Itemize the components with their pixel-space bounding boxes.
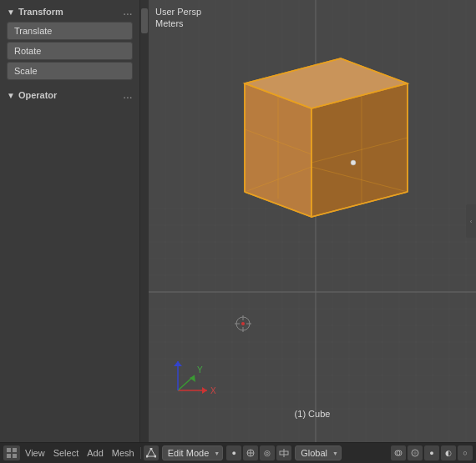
operator-section: ▼ Operator ... bbox=[0, 87, 139, 103]
edit-mode-selector[interactable]: Edit Mode bbox=[162, 445, 224, 460]
select-label[interactable]: Select bbox=[50, 448, 83, 458]
viewport[interactable]: X Y bbox=[149, 0, 476, 442]
right-panel-toggle[interactable]: ‹ bbox=[466, 204, 476, 238]
transform-header-label: Transform bbox=[18, 7, 63, 17]
overlay-icon[interactable] bbox=[391, 445, 406, 460]
proportional-edit-icon[interactable]: ◎ bbox=[260, 445, 275, 460]
render-mode-icon[interactable]: ○ bbox=[458, 445, 473, 460]
sidebar-scrollbar[interactable] bbox=[140, 0, 149, 442]
viewport-units-label: Meters bbox=[155, 18, 201, 28]
sidebar: ▼ Transform ... Translate Rotate Scale ▼… bbox=[0, 0, 140, 442]
svg-rect-70 bbox=[13, 448, 17, 452]
svg-rect-71 bbox=[7, 454, 11, 458]
transform-buttons: Translate Rotate Scale bbox=[0, 20, 139, 82]
svg-point-85 bbox=[413, 451, 417, 455]
xray-icon[interactable] bbox=[408, 445, 423, 460]
rotate-button[interactable]: Rotate bbox=[7, 42, 133, 60]
viewport-mode-label: User Persp bbox=[155, 7, 201, 17]
operator-section-header[interactable]: ▼ Operator ... bbox=[0, 87, 139, 103]
svg-rect-69 bbox=[7, 448, 11, 452]
svg-text:X: X bbox=[210, 386, 216, 395]
transform-arrow-icon: ▼ bbox=[7, 8, 15, 17]
operator-arrow-icon: ▼ bbox=[7, 91, 15, 100]
translate-button[interactable]: Translate bbox=[7, 22, 133, 40]
material-mode-icon[interactable]: ◐ bbox=[441, 445, 456, 460]
transform-icon[interactable] bbox=[276, 445, 291, 460]
separator-1 bbox=[140, 447, 141, 459]
pivot-icon[interactable]: ● bbox=[226, 445, 241, 460]
svg-point-62 bbox=[351, 160, 356, 165]
svg-rect-72 bbox=[13, 454, 17, 458]
mesh-label[interactable]: Mesh bbox=[109, 448, 138, 458]
transform-dots: ... bbox=[124, 8, 133, 17]
statusbar: View Select Add Mesh Edit Mode ● ◎ bbox=[0, 442, 476, 463]
viewport-info: User Persp Meters bbox=[155, 7, 201, 28]
operator-header-label: Operator bbox=[18, 90, 57, 100]
global-selector[interactable]: Global bbox=[295, 445, 342, 460]
solid-mode-icon[interactable]: ● bbox=[424, 445, 439, 460]
operator-dots: ... bbox=[124, 91, 133, 100]
sidebar-scroll-handle[interactable] bbox=[141, 8, 148, 33]
scale-button[interactable]: Scale bbox=[7, 62, 133, 80]
object-name-label: (1) Cube bbox=[295, 409, 331, 419]
edit-mode-label: Edit Mode bbox=[168, 448, 210, 458]
grid-background: X Y bbox=[149, 0, 476, 442]
viewport-icon[interactable] bbox=[3, 445, 20, 460]
svg-text:Y: Y bbox=[197, 365, 203, 375]
transform-section-header[interactable]: ▼ Transform ... bbox=[0, 3, 139, 20]
add-label[interactable]: Add bbox=[84, 448, 107, 458]
mesh-mode-icon[interactable] bbox=[144, 445, 159, 460]
snap-icon[interactable] bbox=[243, 445, 258, 460]
global-label: Global bbox=[301, 448, 327, 458]
view-label[interactable]: View bbox=[22, 448, 48, 458]
svg-point-68 bbox=[241, 322, 245, 325]
